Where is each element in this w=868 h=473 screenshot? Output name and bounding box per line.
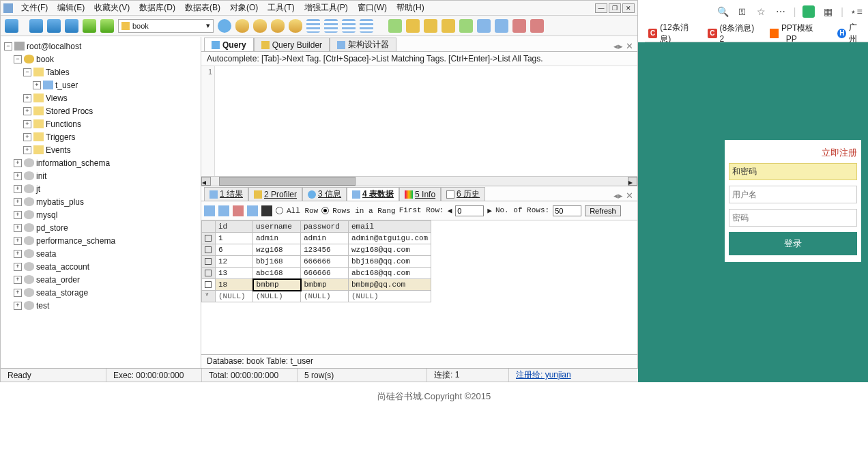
zoom-icon[interactable]: 🔍 xyxy=(717,5,729,18)
browser-tab[interactable]: PPT模板_PP xyxy=(766,26,830,41)
tree-tables[interactable]: Tables xyxy=(46,68,70,77)
user-icon[interactable] xyxy=(218,19,231,33)
tree-sp[interactable]: Stored Procs xyxy=(46,106,93,116)
rtb-icon[interactable] xyxy=(204,205,215,216)
login-button[interactable]: 登录 xyxy=(729,232,857,255)
db-add-icon[interactable] xyxy=(253,19,267,33)
tree-other-db[interactable]: seata xyxy=(36,249,56,259)
more-icon[interactable]: ⋯ xyxy=(775,5,787,18)
close-button[interactable]: ✕ xyxy=(622,3,635,13)
menu-tools[interactable]: 工具(T) xyxy=(263,1,298,15)
grid2-icon[interactable] xyxy=(324,19,338,33)
next-page-icon[interactable]: ▶ xyxy=(487,206,492,215)
tab-tabledata[interactable]: 4 表数据 xyxy=(347,187,399,201)
first-row-input[interactable] xyxy=(455,205,484,216)
tree-root[interactable]: root@localhost xyxy=(27,42,81,51)
grid3-icon[interactable] xyxy=(342,19,356,33)
ext1-icon[interactable] xyxy=(802,5,815,18)
tree-other-db[interactable]: mybatis_plus xyxy=(36,197,84,207)
rtb-icon[interactable] xyxy=(247,205,258,216)
col-password[interactable]: password xyxy=(301,221,349,233)
apps-icon[interactable]: ▦ xyxy=(822,5,834,18)
result-close-icon[interactable]: ✕ xyxy=(626,190,633,201)
tree-views[interactable]: Views xyxy=(46,94,68,103)
menu-edit[interactable]: 编辑(E) xyxy=(53,1,89,15)
tab-arch[interactable]: 架构设计器 xyxy=(330,38,396,51)
tab-info[interactable]: 3 信息 xyxy=(302,187,347,201)
db-icon[interactable] xyxy=(235,19,249,33)
tree-functions[interactable]: Functions xyxy=(46,119,81,129)
tool3-icon[interactable] xyxy=(424,19,437,33)
tree-other-db[interactable]: test xyxy=(36,301,49,311)
tool7-icon[interactable] xyxy=(495,19,508,33)
run-sel-icon[interactable] xyxy=(47,19,61,33)
table-row[interactable]: 6wzg168123456wzg168@qq.com xyxy=(202,244,431,256)
editor-scrollbar[interactable]: ◂▸ xyxy=(201,176,637,186)
tool1-icon[interactable] xyxy=(388,19,402,33)
browser-tab[interactable]: C(8条消息) 2 xyxy=(704,26,762,41)
run-all-icon[interactable] xyxy=(65,19,78,33)
tree-other-db[interactable]: information_schema xyxy=(36,158,110,168)
db-del-icon[interactable] xyxy=(289,19,302,33)
table-row[interactable]: 12bbj168666666bbj168@qq.com xyxy=(202,256,431,268)
maximize-button[interactable]: ❐ xyxy=(609,3,621,13)
tree-other-db[interactable]: seata_storage xyxy=(36,288,88,298)
tool5-icon[interactable] xyxy=(459,19,473,33)
prev-page-icon[interactable]: ◀ xyxy=(448,206,452,215)
menu-fav[interactable]: 收藏夹(V) xyxy=(90,1,134,15)
tree-other-db[interactable]: init xyxy=(36,171,46,181)
rtb-icon[interactable] xyxy=(261,205,272,216)
menu-db[interactable]: 数据库(D) xyxy=(135,1,179,15)
num-rows-input[interactable] xyxy=(553,205,581,216)
tool8-icon[interactable] xyxy=(512,19,526,33)
refresh-icon[interactable] xyxy=(83,19,96,33)
tool2-icon[interactable] xyxy=(406,19,420,33)
table-new-row[interactable]: *(NULL)(NULL)(NULL)(NULL) xyxy=(202,291,431,302)
table-row[interactable]: 13abc168666666abc168@qq.com xyxy=(202,268,431,279)
tree-events[interactable]: Events xyxy=(46,145,71,155)
fav-icon[interactable]: ⋆≡ xyxy=(850,5,863,18)
password-input[interactable] xyxy=(729,209,857,227)
tab-profiler[interactable]: 2 Profiler xyxy=(248,187,302,201)
tool6-icon[interactable] xyxy=(477,19,491,33)
tab-history[interactable]: 6 历史 xyxy=(441,187,485,201)
menu-help[interactable]: 帮助(H) xyxy=(392,1,429,15)
col-username[interactable]: username xyxy=(253,221,301,233)
radio-all[interactable] xyxy=(276,207,283,214)
menu-object[interactable]: 对象(O) xyxy=(226,1,262,15)
tree-triggers[interactable]: Triggers xyxy=(46,132,76,142)
tree-other-db[interactable]: seata_account xyxy=(36,262,89,272)
menu-table[interactable]: 数据表(B) xyxy=(181,1,225,15)
col-email[interactable]: email xyxy=(349,221,431,233)
database-combo[interactable]: book▾ xyxy=(118,19,214,33)
tab-builder[interactable]: Query Builder xyxy=(254,38,330,51)
status-regto[interactable]: 注册给: yunjian xyxy=(516,369,571,381)
tree-other-db[interactable]: performance_schema xyxy=(36,236,115,246)
table-row[interactable]: 1adminadminadmin@atguigu.com xyxy=(202,233,431,244)
minimize-button[interactable]: — xyxy=(595,3,607,13)
refresh-button[interactable]: Refresh xyxy=(585,205,621,216)
table-row[interactable]: 18bmbmpbmbmpbmbmp@qq.com xyxy=(202,279,431,291)
tree-tuser[interactable]: t_user xyxy=(55,81,78,90)
sql-editor[interactable]: 1 ◂▸ xyxy=(201,66,637,186)
tab-prev-icon[interactable]: ◂▸ xyxy=(613,41,623,51)
save-icon[interactable] xyxy=(100,19,114,33)
grid4-icon[interactable] xyxy=(360,19,373,33)
tab-result[interactable]: 1 结果 xyxy=(204,187,248,201)
radio-range[interactable] xyxy=(321,207,329,214)
tab-close-icon[interactable]: ✕ xyxy=(626,41,633,51)
browser-tab[interactable]: H广州 xyxy=(834,26,868,41)
tree-other-db[interactable]: pd_store xyxy=(36,223,68,233)
menu-ptools[interactable]: 增强工具(P) xyxy=(300,1,352,15)
tool9-icon[interactable] xyxy=(530,19,544,33)
menu-file[interactable]: 文件(F) xyxy=(17,1,52,15)
browser-tab[interactable]: C(12条消息) xyxy=(645,26,700,41)
tree-other-db[interactable]: mysql xyxy=(36,210,57,220)
rtb-icon[interactable] xyxy=(218,205,229,216)
result-prev-icon[interactable]: ◂▸ xyxy=(613,190,623,201)
tab-query[interactable]: Query xyxy=(204,38,254,51)
tree-other-db[interactable]: seata_order xyxy=(36,275,80,285)
db-edit-icon[interactable] xyxy=(271,19,285,33)
object-tree[interactable]: −root@localhost −book −Tables +t_user +V… xyxy=(1,37,201,368)
run-icon[interactable] xyxy=(29,19,43,33)
